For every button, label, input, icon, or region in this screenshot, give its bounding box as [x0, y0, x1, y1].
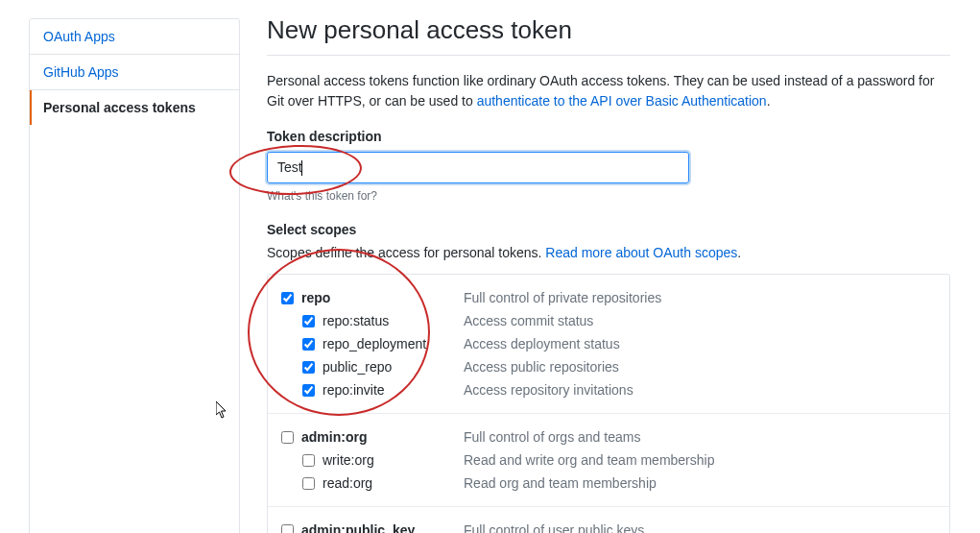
sidebar-item-github-apps[interactable]: GitHub Apps	[30, 55, 239, 90]
intro-suffix: .	[767, 93, 771, 109]
sidebar-item-oauth-apps[interactable]: OAuth Apps	[30, 19, 239, 55]
scopes-intro-text: Scopes define the access for personal to…	[267, 245, 545, 260]
scope-checkbox-public-repo[interactable]	[302, 361, 315, 374]
token-description-value: Test	[277, 159, 302, 175]
scope-group-admin-public-key: admin:public_key Full control of user pu…	[268, 507, 949, 533]
text-caret	[301, 160, 302, 176]
scope-name-repo-invite: repo:invite	[323, 382, 385, 398]
page-title: New personal access token	[267, 15, 950, 56]
scope-name-repo-status: repo:status	[323, 313, 389, 328]
main-content: New personal access token Personal acces…	[240, 15, 950, 533]
scope-name-read-org: read:org	[323, 475, 372, 491]
scope-desc-read-org: Read org and team membership	[464, 475, 657, 491]
token-description-input[interactable]: Test	[267, 152, 689, 183]
scope-row-repo-invite: repo:invite Access repository invitation…	[281, 378, 936, 401]
scope-desc-admin-org: Full control of orgs and teams	[464, 429, 640, 445]
scopes-list: repo Full control of private repositorie…	[267, 274, 950, 533]
token-description-label: Token description	[267, 129, 950, 144]
scope-desc-write-org: Read and write org and team membership	[464, 452, 714, 468]
scope-checkbox-repo[interactable]	[281, 292, 294, 304]
scope-checkbox-repo-status[interactable]	[302, 315, 315, 327]
scope-row-read-org: read:org Read org and team membership	[281, 472, 936, 495]
scope-row-repo-deployment: repo_deployment Access deployment status	[281, 332, 936, 355]
page-intro: Personal access tokens function like ord…	[267, 71, 950, 111]
scope-desc-public-repo: Access public repositories	[464, 359, 619, 375]
scope-checkbox-repo-invite[interactable]	[302, 384, 315, 397]
scope-desc-repo-invite: Access repository invitations	[464, 382, 633, 398]
token-description-help: What's this token for?	[267, 189, 950, 203]
scope-group-admin-org: admin:org Full control of orgs and teams…	[268, 414, 949, 507]
scope-name-repo: repo	[301, 290, 330, 305]
scope-checkbox-write-org[interactable]	[302, 454, 315, 467]
scope-checkbox-read-org[interactable]	[302, 477, 315, 490]
sidebar-item-personal-access-tokens[interactable]: Personal access tokens	[30, 90, 239, 125]
scope-row-public-repo: public_repo Access public repositories	[281, 355, 936, 378]
scope-desc-repo-deployment: Access deployment status	[464, 336, 620, 351]
intro-auth-link[interactable]: authenticate to the API over Basic Authe…	[477, 93, 767, 109]
scope-row-repo: repo Full control of private repositorie…	[281, 286, 936, 309]
scope-desc-repo-status: Access commit status	[464, 313, 593, 328]
scope-checkbox-admin-public-key[interactable]	[281, 524, 294, 533]
scope-row-repo-status: repo:status Access commit status	[281, 309, 936, 332]
scope-name-admin-org: admin:org	[301, 429, 367, 445]
sidebar: OAuth Apps GitHub Apps Personal access t…	[29, 18, 240, 533]
scope-name-repo-deployment: repo_deployment	[323, 336, 426, 351]
scope-name-write-org: write:org	[323, 452, 374, 468]
scope-checkbox-admin-org[interactable]	[281, 431, 294, 444]
scope-group-repo: repo Full control of private repositorie…	[268, 275, 949, 414]
scopes-intro-suffix: .	[737, 245, 741, 260]
scope-desc-repo: Full control of private repositories	[464, 290, 661, 305]
scope-row-admin-org: admin:org Full control of orgs and teams	[281, 425, 936, 448]
scopes-intro-link[interactable]: Read more about OAuth scopes	[545, 245, 737, 260]
scopes-intro: Scopes define the access for personal to…	[267, 245, 950, 260]
scope-name-public-repo: public_repo	[323, 359, 392, 375]
scope-desc-admin-public-key: Full control of user public keys	[464, 522, 644, 533]
select-scopes-heading: Select scopes	[267, 222, 950, 237]
scope-row-admin-public-key: admin:public_key Full control of user pu…	[281, 519, 936, 533]
scope-name-admin-public-key: admin:public_key	[301, 522, 415, 533]
scope-checkbox-repo-deployment[interactable]	[302, 338, 315, 351]
scope-row-write-org: write:org Read and write org and team me…	[281, 448, 936, 472]
